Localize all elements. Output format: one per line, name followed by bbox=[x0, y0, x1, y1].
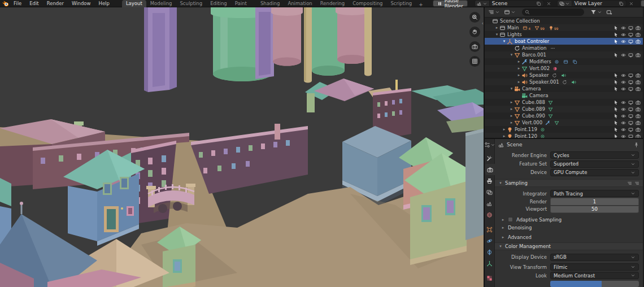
disable-viewport-toggle[interactable] bbox=[627, 53, 634, 58]
remove-view-layer-icon[interactable] bbox=[629, 1, 634, 6]
pin-icon[interactable] bbox=[633, 142, 639, 148]
properties-tab-constraints[interactable] bbox=[485, 246, 495, 258]
tab-texture-paint[interactable]: Texture Paint bbox=[231, 0, 256, 7]
disable-render-toggle[interactable] bbox=[634, 127, 642, 132]
outliner-row-barco-001[interactable]: ▾ Barco.001 bbox=[485, 51, 643, 58]
tab-sculpting[interactable]: Sculpting bbox=[176, 0, 206, 7]
outliner-row-cube-090[interactable]: ▸ Cube.090 bbox=[485, 112, 643, 119]
properties-tab-physics[interactable] bbox=[485, 235, 495, 246]
outliner-row-modifiers[interactable]: ▸ Modifiers bbox=[485, 58, 643, 65]
hide-viewport-toggle[interactable] bbox=[620, 114, 627, 119]
disable-viewport-toggle[interactable] bbox=[627, 114, 634, 119]
disable-viewport-toggle[interactable] bbox=[627, 100, 634, 105]
scene-name-field[interactable]: Scene bbox=[490, 0, 544, 7]
tab-modeling[interactable]: Modeling bbox=[146, 0, 176, 7]
outliner-row-animation[interactable]: Animation bbox=[485, 45, 643, 51]
properties-tab-object-data[interactable] bbox=[485, 258, 495, 269]
new-collection-button[interactable] bbox=[605, 8, 613, 16]
selectable-toggle[interactable] bbox=[612, 100, 620, 105]
render-engine-dropdown[interactable]: Cycles bbox=[550, 151, 639, 159]
selectable-toggle[interactable] bbox=[612, 86, 620, 92]
disclosure-triangle-icon[interactable]: ▸ bbox=[516, 80, 521, 84]
selectable-toggle[interactable] bbox=[612, 120, 620, 125]
hide-viewport-toggle[interactable] bbox=[620, 134, 627, 138]
disclosure-triangle-icon[interactable]: ▾ bbox=[502, 39, 507, 44]
disclosure-triangle-icon[interactable]: ▸ bbox=[494, 25, 499, 30]
editor-type-button[interactable] bbox=[487, 8, 501, 16]
integrator-dropdown[interactable]: Path Tracing bbox=[550, 190, 639, 197]
unlink-scene-icon[interactable] bbox=[546, 1, 551, 6]
hide-viewport-toggle[interactable] bbox=[620, 73, 627, 78]
disable-render-toggle[interactable] bbox=[634, 25, 642, 31]
selectable-toggle[interactable] bbox=[612, 114, 620, 119]
disable-viewport-toggle[interactable] bbox=[627, 39, 634, 44]
outliner-row-point-119[interactable]: ▸ Point.119 bbox=[485, 126, 643, 133]
outliner-search[interactable] bbox=[522, 8, 584, 16]
selectable-toggle[interactable] bbox=[612, 39, 620, 44]
tab-uv-editing[interactable]: UV Editing bbox=[206, 0, 231, 7]
presets-menu-icon[interactable] bbox=[634, 181, 639, 186]
properties-tab-tool[interactable] bbox=[485, 153, 495, 164]
sidebar-collapse-arrow[interactable]: ‹ bbox=[482, 21, 484, 26]
hide-viewport-toggle[interactable] bbox=[620, 53, 627, 58]
outliner-search-input[interactable] bbox=[532, 10, 581, 15]
disable-render-toggle[interactable] bbox=[634, 114, 642, 119]
pause-blender-button-2[interactable]: Pause Blender bbox=[641, 0, 644, 7]
selectable-toggle[interactable] bbox=[612, 73, 620, 78]
properties-tab-output[interactable] bbox=[485, 175, 495, 186]
menu-window[interactable]: Window bbox=[68, 0, 94, 7]
disable-render-toggle[interactable] bbox=[634, 100, 642, 105]
disable-viewport-toggle[interactable] bbox=[627, 127, 634, 132]
disclosure-triangle-icon[interactable]: ▸ bbox=[516, 73, 521, 77]
disable-viewport-toggle[interactable] bbox=[627, 86, 634, 92]
advanced-header[interactable]: ▸Advanced bbox=[495, 233, 643, 241]
hide-viewport-toggle[interactable] bbox=[620, 80, 627, 85]
properties-tab-render[interactable] bbox=[485, 164, 495, 175]
properties-tab-view-layer[interactable] bbox=[485, 186, 495, 198]
3d-viewport[interactable]: ‹ bbox=[0, 7, 485, 287]
selectable-toggle[interactable] bbox=[612, 32, 620, 37]
render-samples-field[interactable]: 1 bbox=[550, 198, 639, 205]
duplicate-icon[interactable] bbox=[536, 1, 541, 6]
exposure-slider-partial[interactable] bbox=[550, 281, 639, 287]
hide-viewport-toggle[interactable] bbox=[620, 86, 627, 92]
outliner-row-camera-data[interactable]: Camera bbox=[485, 92, 643, 99]
disable-render-toggle[interactable] bbox=[634, 86, 642, 92]
disable-viewport-toggle[interactable] bbox=[627, 134, 634, 138]
outliner-row-cube-089[interactable]: ▸ Cube.089 bbox=[485, 106, 643, 112]
tab-shading[interactable]: Shading bbox=[256, 0, 284, 7]
outliner-row-cube-088[interactable]: ▸ Cube.088 bbox=[485, 99, 643, 106]
disable-viewport-toggle[interactable] bbox=[627, 107, 634, 112]
tab-rendering[interactable]: Rendering bbox=[316, 0, 349, 7]
disable-render-toggle[interactable] bbox=[634, 53, 642, 58]
orthographic-toggle-button[interactable] bbox=[469, 56, 480, 67]
hide-viewport-toggle[interactable] bbox=[620, 107, 627, 112]
tab-compositing[interactable]: Compositing bbox=[349, 0, 386, 7]
viewport-samples-field[interactable]: 50 bbox=[550, 206, 639, 213]
disclosure-triangle-icon[interactable]: ▾ bbox=[494, 32, 499, 37]
denoising-header[interactable]: ▸Denoising bbox=[495, 224, 643, 232]
properties-tab-object[interactable] bbox=[485, 224, 495, 235]
disable-render-toggle[interactable] bbox=[634, 120, 642, 125]
disable-viewport-toggle[interactable] bbox=[627, 80, 634, 85]
menu-render[interactable]: Render bbox=[43, 0, 67, 7]
selectable-toggle[interactable] bbox=[612, 127, 620, 132]
menu-help[interactable]: Help bbox=[95, 0, 112, 7]
menu-file[interactable]: File bbox=[10, 0, 25, 7]
selectable-toggle[interactable] bbox=[612, 134, 620, 138]
selectable-toggle[interactable] bbox=[612, 107, 620, 112]
outliner-row-main[interactable]: ▸ Main 4 99 99 bbox=[485, 24, 643, 31]
device-dropdown[interactable]: GPU Compute bbox=[550, 169, 639, 176]
outliner-row-vert-002[interactable]: ▸ Vert.002 bbox=[485, 65, 643, 72]
pan-hand-button[interactable] bbox=[469, 27, 480, 37]
camera-view-button[interactable] bbox=[469, 41, 480, 52]
feature-set-dropdown[interactable]: Supported bbox=[550, 160, 639, 168]
filter-button[interactable] bbox=[589, 8, 603, 16]
menu-edit[interactable]: Edit bbox=[26, 0, 42, 7]
display-mode-button[interactable] bbox=[503, 8, 517, 16]
disclosure-triangle-icon[interactable]: ▾ bbox=[509, 86, 514, 91]
scene-browse-button[interactable] bbox=[475, 0, 490, 7]
outliner-row-point-120[interactable]: ▸ Point.120 bbox=[485, 133, 643, 138]
tab-layout[interactable]: Layout bbox=[122, 0, 146, 7]
presets-icon[interactable] bbox=[627, 181, 632, 186]
